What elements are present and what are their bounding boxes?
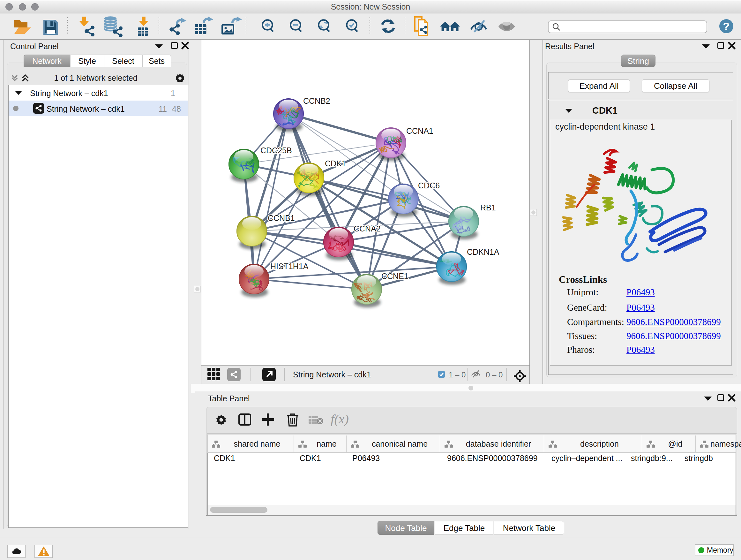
svg-text:CCNA2: CCNA2 — [354, 224, 381, 233]
svg-text:CDKN1A: CDKN1A — [467, 247, 499, 256]
svg-text:HIST1H1A: HIST1H1A — [270, 262, 309, 271]
svg-text:CDC6: CDC6 — [418, 181, 440, 190]
svg-text:CDK1: CDK1 — [325, 159, 346, 168]
svg-text:CDC25B: CDC25B — [260, 146, 292, 155]
svg-text:CCNB1: CCNB1 — [268, 213, 295, 223]
svg-text:RB1: RB1 — [480, 203, 496, 212]
svg-text:CCNB2: CCNB2 — [303, 97, 330, 105]
svg-text:CCNE1: CCNE1 — [381, 272, 408, 281]
svg-text:CCNA1: CCNA1 — [406, 126, 433, 135]
